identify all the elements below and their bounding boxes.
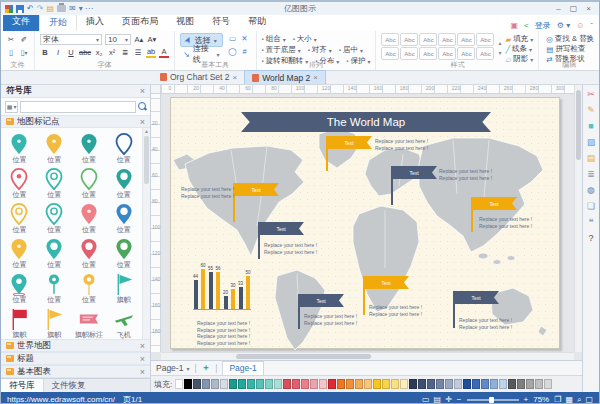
doc-tab-close-icon[interactable]: × [233,73,238,82]
color-swatch[interactable] [418,379,426,389]
symbol-flag-rect[interactable]: 旗帜 [2,304,37,339]
fit-page-icon[interactable]: ❐ [554,395,561,404]
color-swatch[interactable] [436,379,444,389]
color-swatch[interactable] [508,379,516,389]
zoom-in-button[interactable]: + [524,395,529,404]
placeholder-text-block[interactable]: Replace your text here !Replace your tex… [264,242,317,255]
ribbon-tab-页面布局[interactable]: 页面布局 [113,14,167,31]
color-swatch[interactable] [490,379,498,389]
color-swatch[interactable] [247,379,255,389]
symbol-pin[interactable]: 位置 [72,129,107,164]
style-chip[interactable]: Abc [419,33,437,46]
map-flag-2[interactable]: Text [233,183,279,196]
section-close-icon[interactable]: × [140,117,145,127]
symbol-flag-tri[interactable]: 旗帜 [37,304,72,339]
screenshot-icon[interactable]: ▣ [511,21,519,30]
color-swatch[interactable] [499,379,507,389]
print-button[interactable] [57,5,66,12]
underline-icon[interactable]: U [66,47,76,58]
superscript-icon[interactable]: x² [107,47,117,58]
page-tab-Page-1[interactable]: Page-1 [222,361,263,375]
settings-gear-icon[interactable]: ⚙ ▾ [557,21,570,30]
fill-button[interactable]: ▰填充▾ [505,34,533,44]
map-flag-5[interactable]: Text [471,197,517,210]
gallery-scroll[interactable]: ▴▾ [498,33,501,61]
redo-button[interactable]: ↷ [37,4,44,13]
symbol-pin-outline[interactable]: 位置 [106,129,141,164]
globe-icon[interactable]: ◍ [587,186,595,195]
color-swatch[interactable] [265,379,273,389]
color-swatch[interactable] [274,379,282,389]
paste-dropdown-icon[interactable]: ▯▾ [19,47,29,58]
color-swatch[interactable] [535,379,543,389]
symbol-plane[interactable]: 飞机 [106,304,141,339]
normal-view-icon[interactable]: ▭ [422,395,430,404]
horizontal-scrollbar[interactable] [161,352,574,360]
ribbon-tab-视图[interactable]: 视图 [167,14,203,31]
color-swatch[interactable] [373,379,381,389]
note-icon[interactable]: ≣ [587,170,595,179]
symbol-flag-tri[interactable]: 旗帜 [106,269,141,304]
arrange-组合[interactable]: ▪组合▾ [262,34,286,44]
cut-icon[interactable]: ✂ [6,34,16,45]
edrawsoft-link[interactable]: https://www.edrawsoft.com/cn/ [7,395,115,404]
arrange-大小[interactable]: ▪大小▾ [293,34,317,44]
doc-tab-close-icon[interactable]: × [313,73,318,82]
qat-more-button[interactable]: ▾ ⋯ [79,4,93,13]
shrink-font-icon[interactable]: A▾ [147,34,157,45]
panel-scrollbar[interactable]: ▲ [142,128,150,339]
section-close-icon[interactable]: × [140,354,145,364]
highlight-icon[interactable]: ab [146,47,156,58]
map-flag-6[interactable]: Text [363,276,409,289]
ribbon-tab-帮助[interactable]: 帮助 [239,14,275,31]
paste-icon[interactable]: ▯ [6,47,16,58]
font-name-select[interactable]: 宋体▾ [40,34,102,45]
style-chip[interactable]: Abc [476,47,494,60]
color-swatch[interactable] [382,379,390,389]
canvas-viewport[interactable]: The World Map TextTextTextTextTextTextTe… [161,94,574,352]
color-swatch[interactable] [544,379,552,389]
symbol-pin-outline[interactable]: 位置 [72,164,107,199]
color-swatch[interactable] [229,379,237,389]
zoom-out-button[interactable]: − [457,395,462,404]
style-chip[interactable]: Abc [400,47,418,60]
placeholder-text-block[interactable]: Replace your text here !Replace your tex… [369,304,422,317]
symbol-pin-hole[interactable]: 位置 [106,234,141,269]
arrange-置于底层[interactable]: ▪置于底层▾ [262,45,301,55]
panel-tab-符号库[interactable]: 符号库 [1,379,44,392]
pen-icon[interactable]: ✎ [587,106,595,115]
minimize-button[interactable]: – [552,4,565,13]
zoom-tool-icon[interactable]: ⌕ [577,395,581,404]
bold-icon[interactable]: B [40,47,50,58]
section-close-icon[interactable]: × [140,367,145,377]
style-chip[interactable]: Abc [381,47,399,60]
placeholder-text-block[interactable]: Replace your text here !Replace your tex… [304,313,357,326]
color-swatch[interactable] [445,379,453,389]
library-icon[interactable]: ▤ [587,154,596,163]
undo-button[interactable]: ↶ [27,4,34,13]
arrange-居中[interactable]: ▪居中▾ [339,45,363,55]
color-swatch[interactable] [292,379,300,389]
italic-icon[interactable]: I [53,47,63,58]
font-size-select[interactable]: 10▾ [105,34,131,45]
subscript-icon[interactable]: x₂ [94,47,104,58]
ribbon-tab-符号[interactable]: 符号 [203,14,239,31]
symbol-pin[interactable]: 位置 [37,129,72,164]
placeholder-text-block[interactable]: Replace your text here !Replace your tex… [459,317,512,330]
panel-close-icon[interactable]: × [140,86,145,96]
color-swatch[interactable] [184,379,192,389]
style-chip[interactable]: Abc [400,33,418,46]
section-header-map-markers[interactable]: 地图标记点 × [1,115,150,128]
placeholder-text-block[interactable]: Replace your text here !Replace your tex… [439,168,492,181]
page-selector[interactable]: Page-1▾ [156,363,189,373]
map-flag-8[interactable]: Text [453,291,499,304]
symbol-pin-outline-ring[interactable]: 位置 [37,164,72,199]
color-swatch[interactable] [319,379,327,389]
rectangle-tool-icon[interactable]: ▭ [227,33,239,44]
help-icon[interactable]: ? [589,234,594,243]
color-swatch[interactable] [301,379,309,389]
app-logo[interactable] [5,5,13,13]
color-swatch[interactable] [409,379,417,389]
color-swatch[interactable] [391,379,399,389]
format-painter-icon[interactable]: ✐ [19,34,29,45]
